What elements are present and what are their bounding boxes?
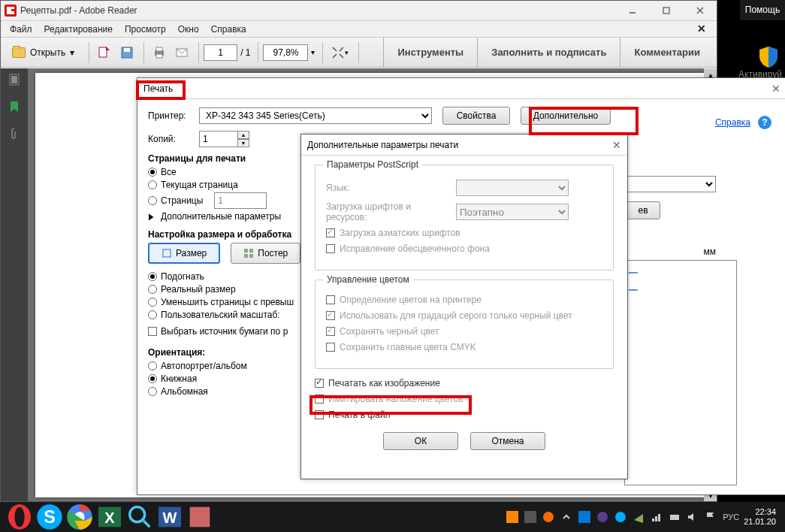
svg-rect-40: [670, 515, 679, 520]
menu-close-icon[interactable]: ✕: [691, 23, 712, 35]
cb-color-printer: [326, 295, 335, 304]
tray-lang[interactable]: РУС: [723, 512, 739, 521]
create-pdf-icon[interactable]: [94, 42, 115, 63]
cb-to-file[interactable]: [315, 410, 324, 419]
adv-cancel-button[interactable]: Отмена: [470, 432, 545, 450]
radio-fit[interactable]: [148, 272, 157, 281]
radio-actual[interactable]: [148, 285, 157, 294]
tray-icon[interactable]: [578, 511, 590, 523]
cb-as-image[interactable]: [315, 379, 324, 388]
bookmark-icon[interactable]: [8, 100, 21, 113]
pages-input[interactable]: [214, 192, 267, 209]
stray-button-ev[interactable]: ев: [626, 201, 660, 219]
tray-flag-icon[interactable]: [705, 511, 717, 523]
minimize-button[interactable]: [615, 1, 649, 21]
taskbar-clock[interactable]: 22:34 21.01.20: [739, 507, 780, 527]
tray-print-icon[interactable]: [669, 511, 681, 523]
radio-landscape[interactable]: [148, 387, 157, 396]
print-dialog-close-icon[interactable]: ✕: [771, 83, 780, 95]
radio-pages[interactable]: [148, 196, 157, 205]
stray-select[interactable]: [626, 176, 716, 192]
menu-file[interactable]: Файл: [4, 24, 38, 35]
advanced-dialog-close-icon[interactable]: ✕: [612, 139, 621, 151]
app-icon-1[interactable]: [185, 502, 215, 532]
radio-shrink[interactable]: [148, 298, 157, 307]
tray-volume-icon[interactable]: [687, 511, 699, 523]
copies-input[interactable]: [199, 131, 238, 147]
menu-help[interactable]: Справка: [205, 24, 252, 35]
print-help-link[interactable]: Справка: [715, 117, 750, 128]
radio-all-label: Все: [161, 167, 177, 177]
cb-keep-black: [326, 327, 335, 336]
menu-window[interactable]: Окно: [172, 24, 205, 35]
tray-skype-icon[interactable]: [614, 511, 626, 523]
copies-label: Копий:: [148, 134, 199, 144]
skype-icon[interactable]: S: [35, 502, 65, 532]
properties-button[interactable]: Свойства: [442, 107, 510, 125]
more-params-label[interactable]: Дополнительные параметры: [161, 211, 281, 222]
radio-portrait[interactable]: [148, 374, 157, 383]
tray-network-icon[interactable]: [651, 511, 663, 523]
expand-arrow-icon[interactable]: ▶: [149, 211, 153, 222]
tray-icon[interactable]: [596, 511, 608, 523]
email-icon[interactable]: [171, 42, 192, 63]
thumbnails-icon[interactable]: [8, 73, 21, 86]
close-button[interactable]: [683, 1, 717, 21]
cb-gray-black: [326, 311, 335, 320]
page-input[interactable]: [204, 44, 237, 61]
printer-select[interactable]: XP-342 343 345 Series(Сеть): [199, 107, 432, 124]
radio-all[interactable]: [148, 168, 157, 177]
svg-rect-15: [249, 249, 253, 252]
menu-view[interactable]: Просмотр: [119, 24, 172, 35]
tab-comments[interactable]: Комментарии: [620, 38, 714, 67]
tab-size-button[interactable]: Размер: [148, 243, 220, 264]
cb-color-printer-label: Определение цветов на принтере: [340, 295, 482, 305]
tray-icon[interactable]: [524, 511, 536, 523]
tray-icon[interactable]: [506, 511, 518, 523]
radio-custom-label: Пользовательский масштаб:: [161, 310, 280, 320]
fit-tool-icon[interactable]: ▾: [328, 42, 352, 63]
help-icon[interactable]: ?: [758, 116, 771, 129]
tab-fillsign[interactable]: Заполнить и подписать: [477, 38, 620, 67]
chrome-icon[interactable]: [65, 502, 95, 532]
tray-up-icon[interactable]: [560, 511, 572, 523]
tab-tools[interactable]: Инструменты: [383, 38, 477, 67]
menu-edit[interactable]: Редактирование: [38, 24, 119, 35]
advanced-button[interactable]: Дополнительно: [521, 107, 611, 125]
maximize-button[interactable]: [649, 1, 683, 21]
fonts-select: Поэтапно: [456, 204, 569, 220]
print-icon[interactable]: [149, 42, 170, 63]
opera-icon[interactable]: [5, 502, 35, 532]
tray-icon[interactable]: [542, 511, 554, 523]
ps-group-title: Параметры PostScript: [323, 159, 422, 170]
copies-up[interactable]: ▲: [237, 131, 249, 139]
tab-poster-button[interactable]: Постер: [231, 243, 300, 264]
radio-current[interactable]: [148, 180, 157, 189]
adv-ok-button[interactable]: ОК: [383, 432, 458, 450]
attachment-icon[interactable]: [8, 127, 21, 141]
advanced-print-dialog: Дополнительные параметры печати ✕ Параме…: [300, 134, 628, 479]
word-icon[interactable]: W: [155, 502, 185, 532]
search-icon[interactable]: [125, 502, 155, 532]
save-icon[interactable]: [116, 42, 137, 63]
svg-rect-14: [244, 249, 248, 252]
svg-rect-4: [99, 47, 107, 57]
radio-custom[interactable]: [148, 310, 157, 319]
zoom-input[interactable]: [263, 44, 308, 61]
tray-icon[interactable]: [633, 511, 645, 523]
svg-point-33: [543, 512, 554, 522]
svg-rect-17: [249, 254, 253, 258]
cb-bleach-label: Исправление обесцвеченного фона: [340, 243, 490, 254]
svg-rect-34: [578, 511, 590, 523]
radio-actual-label: Реальный размер: [161, 284, 236, 295]
radio-auto-orient[interactable]: [148, 361, 157, 370]
cb-keep-cmyk-label: Сохранить главные цвета CMYK: [340, 342, 476, 352]
open-button[interactable]: Открыть ▾: [4, 42, 83, 63]
security-shield-icon: [756, 45, 780, 69]
svg-rect-8: [156, 47, 162, 51]
svg-text:W: W: [163, 509, 177, 526]
svg-rect-37: [652, 518, 654, 521]
copies-down[interactable]: ▼: [237, 139, 249, 147]
cb-paper-source[interactable]: [148, 327, 157, 336]
excel-icon[interactable]: X: [95, 502, 125, 532]
